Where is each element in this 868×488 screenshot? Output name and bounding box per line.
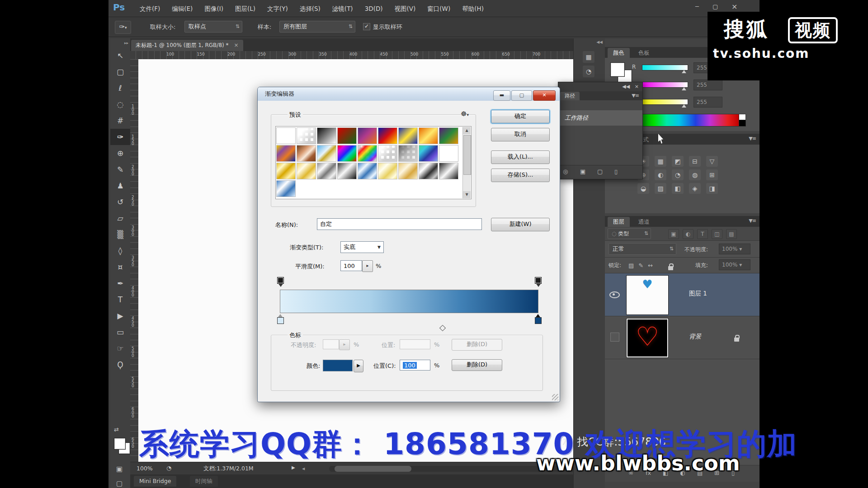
healing-brush-tool-icon[interactable]: ⊕	[110, 145, 130, 161]
delete-color-button[interactable]: 删除(D)	[452, 359, 502, 371]
document-tab[interactable]: 未标题-1 @ 100% (图层 1, RGB/8) *×	[131, 40, 243, 51]
pen-tool-icon[interactable]: ✒	[110, 275, 130, 291]
menu-item[interactable]: 编辑(E)	[166, 0, 198, 17]
menu-item[interactable]: 视图(V)	[389, 0, 422, 17]
screen-mode-icon[interactable]: ▢	[116, 479, 123, 488]
eyedropper-icon[interactable]: ✑▾	[115, 21, 131, 34]
panel-menu-icon[interactable]: ▼≡	[632, 93, 639, 99]
photo-filter-icon[interactable]: ◔	[672, 169, 684, 180]
window-minimize-button[interactable]: ─	[695, 3, 699, 10]
tab-layers[interactable]: 图层	[608, 217, 630, 227]
layer-row-layer1[interactable]: ♥ 图层 1	[605, 273, 760, 316]
location2-input[interactable]: 100	[400, 360, 430, 371]
sample-size-dropdown[interactable]: 取样点⇅	[184, 21, 242, 33]
gradient-preset-swatch[interactable]	[297, 127, 316, 144]
scroll-up-icon[interactable]: ▲	[463, 127, 471, 134]
smoothness-input[interactable]: 100	[340, 260, 362, 271]
gradient-map-icon[interactable]: ◈	[689, 183, 701, 194]
sample-dropdown[interactable]: 所有图层⇅	[279, 21, 355, 33]
collapsed-panel-icon-1[interactable]: ▦	[583, 51, 594, 63]
gradient-preset-swatch[interactable]	[378, 127, 397, 144]
dialog-close-button[interactable]: ✕	[533, 90, 556, 101]
swap-colors-icon[interactable]: ⇄	[114, 426, 119, 433]
menu-item[interactable]: 选择(S)	[294, 0, 326, 17]
color-swatch[interactable]	[323, 360, 353, 371]
color-stop-left[interactable]	[277, 317, 284, 324]
clone-stamp-tool-icon[interactable]: ♟	[110, 178, 130, 194]
layer-filter-dropdown[interactable]: ◌ 类型⇅	[608, 228, 651, 239]
menu-item[interactable]: 帮助(H)	[456, 0, 490, 17]
color-stop-right[interactable]	[535, 317, 542, 324]
menu-item[interactable]: 3D(D)	[359, 0, 389, 17]
window-close-button[interactable]: ×	[731, 2, 737, 11]
menu-item[interactable]: 滤镜(T)	[326, 0, 359, 17]
save-button[interactable]: 存储(S)...	[491, 169, 550, 182]
curves-icon[interactable]: ◩	[672, 156, 684, 167]
levels-icon[interactable]: ▦	[655, 156, 666, 167]
panel-close-icon[interactable]: ×	[635, 84, 639, 89]
visibility-hidden-box[interactable]	[610, 333, 619, 342]
dialog-maximize-button[interactable]: ▢	[511, 90, 532, 101]
type-tool-icon[interactable]: T	[110, 291, 130, 308]
visibility-eye-icon[interactable]	[609, 291, 620, 298]
tab-paths[interactable]: 路径	[560, 92, 580, 100]
marquee-tool-icon[interactable]: ▢	[110, 64, 130, 80]
menu-item[interactable]: 文字(Y)	[261, 0, 294, 17]
eyedropper-tool-icon[interactable]: ✑	[110, 129, 130, 145]
gradient-preset-swatch[interactable]	[337, 145, 357, 162]
dock-collapse-icon[interactable]: ◀◀	[596, 40, 603, 44]
red-slider-handle[interactable]	[682, 70, 686, 73]
toolbox-collapse-icon[interactable]: ▸▸	[110, 38, 130, 47]
tab-swatches[interactable]: 色板	[633, 48, 655, 58]
green-slider-ramp[interactable]	[642, 82, 688, 88]
blue-slider-handle[interactable]	[682, 104, 686, 108]
gradient-type-dropdown[interactable]: 实底▼	[340, 241, 384, 253]
gradient-preset-swatch[interactable]	[439, 163, 458, 179]
vibrance-icon[interactable]: ▽	[706, 156, 718, 167]
gradient-preset-swatch[interactable]	[276, 180, 296, 197]
layer-filter-icon[interactable]: ◫	[712, 229, 722, 239]
blend-mode-dropdown[interactable]: 正常⇅	[609, 243, 676, 255]
lock-icon[interactable]: ▨	[628, 262, 634, 269]
layer1-thumbnail[interactable]: ♥	[627, 276, 668, 314]
gradient-preset-swatch[interactable]	[317, 163, 336, 179]
show-ring-checkbox[interactable]: ✓	[363, 23, 370, 30]
menu-item[interactable]: 文件(F)	[134, 0, 166, 17]
panel-menu-icon[interactable]: ▼≡	[749, 218, 756, 224]
foreground-swatch[interactable]	[610, 62, 625, 77]
menu-item[interactable]: 窗口(W)	[421, 0, 456, 17]
red-slider-ramp[interactable]	[642, 65, 688, 70]
gradient-preset-swatch[interactable]	[337, 127, 357, 144]
threshold-icon[interactable]: ◧	[672, 183, 684, 194]
zoom-level[interactable]: 100%	[137, 465, 153, 472]
gradient-preset-swatch[interactable]	[398, 163, 418, 179]
green-slider-handle[interactable]	[682, 87, 686, 90]
black-white-icon[interactable]: ◐	[655, 169, 666, 180]
selective-color-icon[interactable]: ◨	[706, 183, 718, 194]
cancel-button[interactable]: 取消	[491, 128, 550, 141]
panel-menu-icon[interactable]: ▼≡	[749, 136, 756, 141]
paths-footer-icon[interactable]: ▣	[580, 168, 585, 175]
blue-slider-ramp[interactable]	[642, 99, 688, 105]
opacity-value[interactable]: 100% ▾	[719, 244, 750, 254]
gradient-preset-swatch[interactable]	[337, 163, 357, 179]
blur-tool-icon[interactable]: ◊	[110, 243, 130, 259]
color-lookup-icon[interactable]: ⊞	[706, 169, 718, 180]
gradient-preset-swatch[interactable]	[317, 145, 336, 162]
layer-name[interactable]: 背景	[689, 333, 701, 341]
gradient-preset-swatch[interactable]	[276, 163, 296, 179]
gradient-preset-swatch[interactable]	[276, 145, 296, 162]
layer-name[interactable]: 图层 1	[689, 290, 707, 298]
zoom-tool-icon[interactable]: Ϙ	[110, 357, 130, 373]
gradient-preset-swatch[interactable]	[419, 145, 438, 162]
eraser-tool-icon[interactable]: ▱	[110, 210, 130, 226]
scrollbar-thumb[interactable]	[335, 466, 411, 472]
panel-collapse-icon[interactable]: ◀◀	[622, 84, 630, 89]
status-menu-arrow-icon[interactable]: ▶	[292, 465, 295, 470]
color-pick-arrow[interactable]: ▶	[354, 360, 363, 372]
quick-select-tool-icon[interactable]: ◌	[110, 96, 130, 113]
move-tool-icon[interactable]: ↖	[110, 47, 130, 64]
gradient-preset-swatch[interactable]	[378, 145, 397, 162]
menu-item[interactable]: 图层(L)	[229, 0, 261, 17]
gradient-preset-swatch[interactable]	[276, 127, 296, 144]
